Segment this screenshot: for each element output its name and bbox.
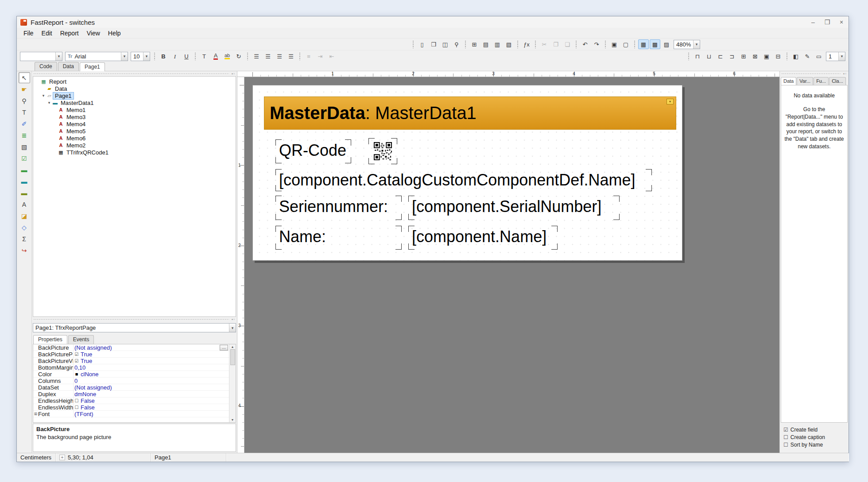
- insert-child-band-tool[interactable]: ▬: [19, 187, 30, 198]
- minimize-button[interactable]: –: [810, 19, 817, 26]
- dropdown-arrow-icon[interactable]: [55, 52, 62, 61]
- property-grid-scrollbar[interactable]: [229, 344, 236, 422]
- frame-inside-icon[interactable]: ⊟: [773, 51, 783, 61]
- text-object-tool[interactable]: A: [19, 199, 30, 210]
- toolbar-grip[interactable]: [786, 52, 788, 60]
- dropdown-arrow-icon[interactable]: [693, 40, 700, 49]
- paste-icon[interactable]: ❏: [562, 39, 573, 49]
- dropdown-arrow-icon[interactable]: [143, 52, 150, 61]
- tree-expander-icon[interactable]: ▾: [46, 100, 52, 105]
- ungroup-icon[interactable]: ▢: [620, 39, 631, 49]
- align-right-icon[interactable]: ☰: [274, 51, 285, 61]
- tree-item[interactable]: A Memo4: [33, 120, 236, 127]
- memo-serial-label[interactable]: Seriennummer:: [276, 196, 401, 220]
- tree-item[interactable]: A Memo3: [33, 113, 236, 120]
- property-value[interactable]: False: [80, 397, 228, 404]
- checkbox-tool[interactable]: ☑: [19, 153, 30, 164]
- save-icon[interactable]: ◫: [440, 39, 450, 49]
- report-page[interactable]: MasterData: MasterData1 ▾ QR-Code: [252, 85, 682, 261]
- data-panel-grip[interactable]: [780, 71, 849, 76]
- variables-icon[interactable]: ▧: [504, 39, 514, 49]
- page-tab[interactable]: Page1: [80, 62, 105, 71]
- toolbar-grip[interactable]: [247, 52, 248, 60]
- insert-object-tool[interactable]: ↪: [19, 245, 30, 256]
- checkbox-icon[interactable]: ☐: [783, 442, 788, 448]
- toolbar-grip[interactable]: [688, 52, 690, 60]
- property-check-icon[interactable]: ☑: [74, 352, 80, 357]
- insert-band-tool[interactable]: ▬: [19, 164, 30, 175]
- bold-icon[interactable]: B: [158, 51, 169, 61]
- underline-icon[interactable]: U: [181, 51, 192, 61]
- toolbar-grip[interactable]: [575, 40, 577, 48]
- tree-item[interactable]: ▰ Data: [33, 85, 236, 92]
- property-value[interactable]: (Not assigned): [74, 344, 219, 351]
- checkbox-icon[interactable]: ☐: [783, 434, 788, 440]
- property-value[interactable]: 0: [74, 378, 228, 384]
- report-settings-icon[interactable]: ▥: [492, 39, 503, 49]
- inspector-tab[interactable]: Events: [68, 335, 94, 344]
- scroll-down-icon[interactable]: [231, 418, 234, 421]
- tree-item[interactable]: A Memo5: [33, 127, 236, 135]
- toolbar-grip[interactable]: [604, 40, 606, 48]
- checkbox-icon[interactable]: ☑: [783, 427, 788, 433]
- align-justify-icon[interactable]: ☰: [286, 51, 296, 61]
- masterdata-band[interactable]: MasterData: MasterData1 ▾: [264, 96, 676, 130]
- dropdown-arrow-icon[interactable]: [121, 52, 128, 61]
- property-expander-icon[interactable]: ⊞: [33, 412, 38, 416]
- property-value[interactable]: (Not assigned): [74, 384, 228, 391]
- property-row[interactable]: BottomMargin 0,10: [33, 364, 236, 371]
- property-row[interactable]: ⊞ Font (TFont): [33, 411, 236, 417]
- property-ellipsis-button[interactable]: …: [220, 345, 228, 351]
- property-value[interactable]: clNone: [80, 371, 228, 378]
- frame-right-icon[interactable]: ⊐: [727, 51, 737, 61]
- shape-object-tool[interactable]: ◇: [19, 222, 30, 233]
- tree-item[interactable]: ▾ ▱ Page1: [33, 92, 236, 99]
- insert-data-band-tool[interactable]: ▬: [19, 176, 30, 187]
- tree-expander-icon[interactable]: ▾: [41, 93, 46, 98]
- data-panel-tab[interactable]: Cla...: [829, 77, 846, 85]
- qr-code-object[interactable]: [369, 139, 397, 164]
- frame-top-icon[interactable]: ⊓: [692, 51, 703, 61]
- memo-name-label[interactable]: Name:: [276, 226, 401, 249]
- property-value[interactable]: (TFont): [74, 411, 228, 417]
- panel-options-icon[interactable]: [232, 317, 235, 321]
- frame-tool[interactable]: ▧: [19, 141, 30, 152]
- frame-style-icon[interactable]: ▭: [814, 51, 824, 61]
- tree-item[interactable]: ▾ ▬ MasterData1: [33, 99, 236, 106]
- line-width-select[interactable]: 1: [826, 52, 845, 61]
- fit-to-grid-icon[interactable]: ▨: [661, 39, 672, 49]
- font-name-select[interactable]: Tr Arial: [65, 52, 128, 61]
- menu-item[interactable]: Edit: [38, 29, 56, 38]
- frame-left-icon[interactable]: ⊏: [715, 51, 726, 61]
- toolbar-grip[interactable]: [154, 52, 155, 60]
- copy-icon[interactable]: ❐: [550, 39, 561, 49]
- align-to-grid-icon[interactable]: ▩: [650, 39, 660, 49]
- property-check-icon[interactable]: ☐: [74, 405, 80, 410]
- property-value[interactable]: dmNone: [74, 391, 228, 397]
- zoom-tool[interactable]: ⚲: [19, 95, 30, 106]
- property-row[interactable]: BackPictureVi ☑ True: [33, 358, 236, 364]
- italic-icon[interactable]: I: [170, 51, 180, 61]
- band-marker-icon[interactable]: ▾: [666, 99, 674, 104]
- align-left-icon[interactable]: ☰: [251, 51, 262, 61]
- highlight-color-icon[interactable]: ab: [222, 51, 232, 61]
- outdent-icon[interactable]: ⇤: [326, 51, 337, 61]
- option-row[interactable]: ☐ Sort by Name: [783, 441, 845, 448]
- toolbar-grip[interactable]: [412, 40, 414, 48]
- property-value[interactable]: True: [80, 358, 228, 364]
- new-page-icon[interactable]: ⊞: [469, 39, 480, 49]
- maximize-button[interactable]: ❒: [824, 19, 831, 26]
- text-rotation-icon[interactable]: ↻: [233, 51, 244, 61]
- property-value[interactable]: True: [80, 351, 228, 358]
- property-check-icon[interactable]: ☑: [74, 359, 80, 363]
- picture-object-tool[interactable]: ◪: [19, 210, 30, 221]
- select-tool[interactable]: ↖: [19, 72, 30, 83]
- tree-item[interactable]: ▦ TTrifrxQRCode1: [33, 149, 236, 156]
- menu-item[interactable]: Report: [56, 29, 83, 38]
- design-canvas[interactable]: MasterData: MasterData1 ▾ QR-Code: [244, 77, 779, 453]
- inspector-tab[interactable]: Properties: [33, 335, 67, 344]
- option-row[interactable]: ☑ Create field: [783, 426, 845, 433]
- toolbar-grip[interactable]: [535, 40, 536, 48]
- property-row[interactable]: Columns 0: [33, 378, 236, 384]
- tree-item[interactable]: A Memo2: [33, 142, 236, 149]
